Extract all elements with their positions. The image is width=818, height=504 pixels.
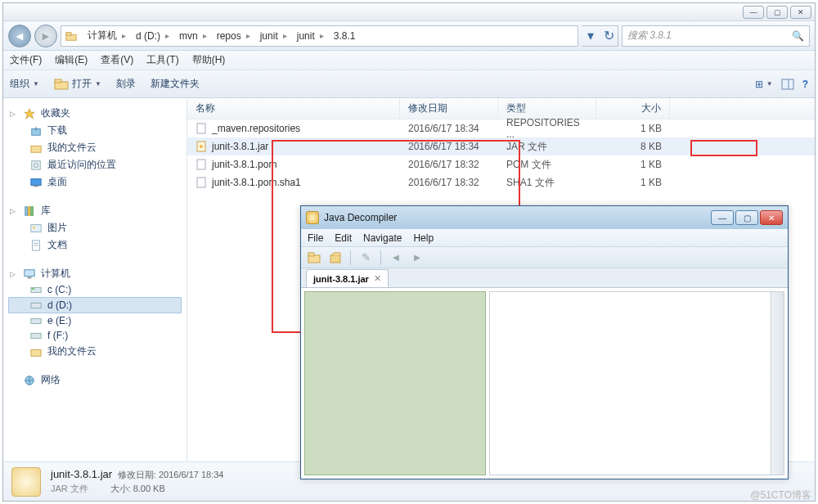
status-file-icon: [11, 467, 41, 497]
menu-view[interactable]: 查看(V): [101, 53, 133, 67]
col-name[interactable]: 名称: [187, 98, 400, 119]
file-row[interactable]: junit-3.8.1.pom 2016/6/17 18:32 POM 文件 1…: [187, 155, 815, 173]
jd-maximize-button[interactable]: ▢: [735, 210, 758, 225]
svg-rect-36: [308, 253, 314, 256]
svg-rect-14: [28, 206, 30, 215]
jd-tab[interactable]: junit-3.8.1.jar ✕: [306, 269, 389, 287]
tree-desktop[interactable]: 桌面: [8, 173, 182, 191]
tree-pictures[interactable]: 图片: [8, 219, 182, 236]
tree-computer[interactable]: ▷计算机: [8, 265, 182, 282]
breadcrumb-item[interactable]: junit▸: [292, 26, 329, 46]
window-close-button[interactable]: ✕: [790, 6, 811, 19]
svg-marker-6: [25, 108, 34, 118]
file-row[interactable]: junit-3.8.1.pom.sha1 2016/6/17 18:32 SHA…: [187, 173, 815, 191]
breadcrumb-item[interactable]: d (D:)▸: [131, 26, 174, 46]
jd-fwd-icon[interactable]: ►: [409, 250, 425, 265]
col-date[interactable]: 修改日期: [400, 98, 498, 119]
toolbar-organize[interactable]: 组织 ▼: [10, 77, 39, 91]
toolbar-burn[interactable]: 刻录: [116, 77, 136, 91]
nav-row: ◄ ► 计算机▸ d (D:)▸ mvn▸ repos▸ junit▸ juni…: [3, 21, 815, 51]
svg-rect-33: [197, 160, 205, 169]
jd-tab-label: junit-3.8.1.jar: [313, 274, 369, 284]
svg-rect-15: [31, 206, 34, 215]
jd-menubar: File Edit Navigate Help: [301, 229, 788, 247]
breadcrumb-item[interactable]: repos▸: [212, 26, 255, 46]
tree-recent[interactable]: 最近访问的位置: [8, 156, 182, 173]
tree-drive-e[interactable]: e (E:): [8, 313, 182, 328]
jd-tree-panel[interactable]: [304, 291, 486, 475]
breadcrumb-item[interactable]: junit▸: [255, 26, 292, 46]
tree-drive-f[interactable]: f (F:): [8, 328, 182, 343]
jd-open-icon[interactable]: [306, 250, 322, 265]
jd-body: [301, 288, 788, 479]
toolbar-help-button[interactable]: ?: [802, 79, 808, 90]
jd-title-text: Java Decompiler: [324, 212, 397, 223]
breadcrumb-item[interactable]: mvn▸: [174, 26, 212, 46]
jd-back-icon[interactable]: ◄: [388, 250, 404, 265]
toolbar-preview-button[interactable]: [781, 79, 794, 90]
file-row[interactable]: _maven.repositories 2016/6/17 18:34 REPO…: [187, 119, 815, 137]
svg-rect-4: [782, 79, 793, 89]
svg-point-32: [200, 145, 203, 148]
svg-rect-34: [197, 178, 205, 187]
search-input[interactable]: 搜索 3.8.1 🔍: [622, 25, 810, 47]
window-titlebar: — ▢ ✕: [3, 3, 815, 21]
window-maximize-button[interactable]: ▢: [766, 6, 788, 19]
svg-rect-8: [31, 146, 41, 152]
menu-help[interactable]: 帮助(H): [192, 53, 226, 67]
jd-scrollbar[interactable]: [771, 292, 784, 475]
jd-app-icon: [306, 211, 319, 224]
svg-rect-37: [330, 255, 340, 263]
menu-edit[interactable]: 编辑(E): [55, 53, 88, 67]
nav-forward-button[interactable]: ►: [34, 25, 57, 47]
breadcrumb-item[interactable]: 计算机▸: [83, 26, 131, 46]
jd-open2-icon[interactable]: [327, 250, 344, 265]
jd-minimize-button[interactable]: —: [711, 210, 734, 225]
tree-downloads[interactable]: 下载: [8, 122, 182, 139]
tree-libraries[interactable]: ▷库: [8, 202, 182, 219]
svg-rect-13: [25, 206, 28, 215]
svg-rect-1: [66, 32, 71, 35]
breadcrumb-item[interactable]: 3.8.1: [329, 26, 361, 46]
tree-mycloud[interactable]: 我的文件云: [8, 139, 182, 156]
tree-favorites[interactable]: ▷收藏夹: [8, 105, 182, 122]
toolbar-new-folder[interactable]: 新建文件夹: [151, 77, 200, 91]
jd-menu-file[interactable]: File: [308, 232, 323, 244]
col-type[interactable]: 类型: [498, 98, 596, 119]
svg-rect-21: [25, 269, 34, 276]
menu-tools[interactable]: 工具(T): [146, 53, 178, 67]
breadcrumb[interactable]: 计算机▸ d (D:)▸ mvn▸ repos▸ junit▸ junit▸ 3…: [61, 25, 578, 47]
toolbar-view-button[interactable]: ⊞ ▼: [755, 79, 773, 90]
tree-mycloud2[interactable]: 我的文件云: [8, 343, 182, 360]
svg-rect-16: [31, 224, 41, 232]
refresh-button[interactable]: ↻: [600, 26, 618, 46]
col-size[interactable]: 大小: [596, 98, 670, 119]
jd-source-panel[interactable]: [489, 291, 784, 475]
jd-wand-icon[interactable]: ✎: [357, 250, 374, 265]
jd-titlebar[interactable]: Java Decompiler — ▢ ✕: [301, 206, 788, 229]
svg-rect-27: [31, 333, 41, 338]
jd-menu-edit[interactable]: Edit: [335, 232, 352, 244]
jd-menu-help[interactable]: Help: [413, 232, 434, 244]
jd-tab-close-icon[interactable]: ✕: [374, 273, 381, 284]
menu-file[interactable]: 文件(F): [10, 53, 42, 67]
toolbar: 组织 ▼ 打开 ▼ 刻录 新建文件夹 ⊞ ▼ ?: [3, 70, 815, 98]
file-row[interactable]: junit-3.8.1.jar 2016/6/17 18:34 JAR 文件 8…: [187, 137, 815, 155]
svg-rect-26: [31, 318, 41, 323]
tree-documents[interactable]: 文档: [8, 236, 182, 254]
tree-network[interactable]: 网络: [8, 371, 182, 389]
svg-rect-28: [31, 349, 41, 356]
tree-drive-c[interactable]: c (C:): [8, 282, 182, 297]
nav-back-button[interactable]: ◄: [8, 25, 31, 47]
crumb-refresh-group: ▾ ↻: [582, 25, 618, 47]
search-icon: 🔍: [792, 30, 804, 42]
crumb-dropdown-button[interactable]: ▾: [582, 26, 600, 46]
jd-menu-navigate[interactable]: Navigate: [363, 232, 402, 244]
jd-close-button[interactable]: ✕: [760, 210, 783, 225]
toolbar-open[interactable]: 打开 ▼: [54, 77, 101, 91]
window-minimize-button[interactable]: —: [743, 6, 764, 19]
java-decompiler-window: Java Decompiler — ▢ ✕ File Edit Navigate…: [300, 205, 789, 479]
watermark: @51CTO博客: [750, 488, 811, 502]
svg-rect-3: [55, 79, 61, 83]
tree-drive-d[interactable]: d (D:): [8, 297, 182, 313]
